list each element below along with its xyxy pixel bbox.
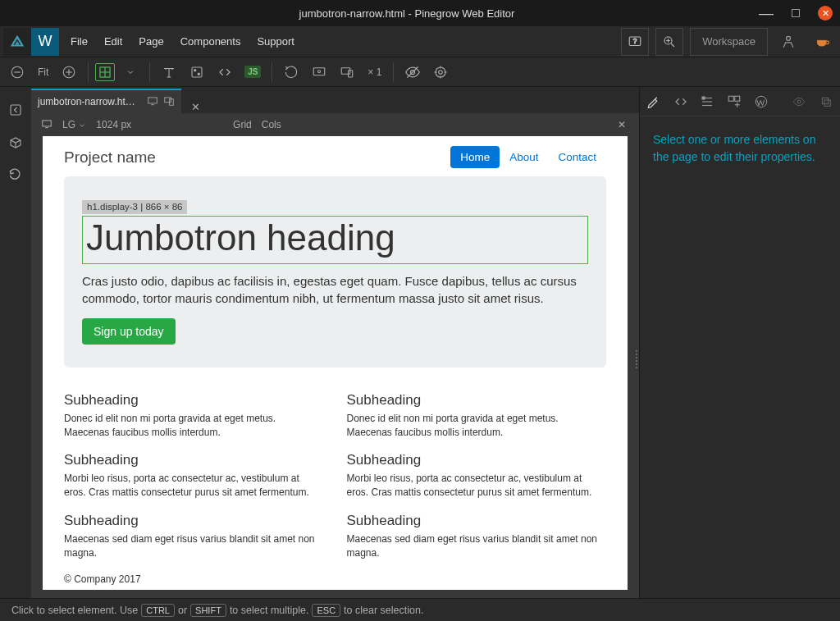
svg-point-29	[439, 70, 443, 74]
history-panel-icon[interactable]	[6, 166, 25, 185]
subheading[interactable]: Subheading	[347, 452, 607, 468]
toolbar: Fit JS × 1	[0, 57, 840, 87]
svg-rect-37	[164, 97, 171, 102]
brand-w-icon[interactable]: W	[31, 28, 59, 56]
paragraph[interactable]: Donec id elit non mi porta gravida at eg…	[347, 412, 607, 440]
nav-contact[interactable]: Contact	[548, 146, 606, 168]
toolbar-separator	[149, 62, 150, 82]
coffee-icon[interactable]	[809, 28, 837, 56]
js-badge[interactable]: JS	[240, 61, 265, 84]
document-tab[interactable]: jumbotron-narrow.ht…	[31, 89, 181, 113]
device-icon[interactable]	[307, 61, 331, 84]
mobile-view-icon[interactable]	[163, 95, 175, 109]
help-icon[interactable]: ?	[621, 28, 649, 56]
library-panel-icon[interactable]	[6, 133, 25, 153]
chevron-down-icon[interactable]	[118, 61, 143, 84]
viewport-close-icon[interactable]: ✕	[618, 119, 629, 130]
menu-file[interactable]: File	[71, 35, 88, 48]
preview-jumbotron[interactable]: h1.display-3 | 866 × 86 Jumbotron headin…	[64, 176, 606, 368]
zoom-level-label[interactable]: × 1	[363, 66, 386, 78]
jumbotron-lead[interactable]: Cras justo odio, dapibus ac facilisis in…	[82, 272, 588, 307]
insert-panel-icon[interactable]	[6, 100, 25, 120]
menu-components[interactable]: Components	[180, 35, 241, 48]
text-tool-icon[interactable]	[157, 61, 181, 84]
zoom-in-icon[interactable]	[655, 28, 683, 56]
style-tab-icon[interactable]	[646, 93, 662, 111]
kbd-esc: ESC	[312, 604, 340, 617]
breakpoint-label[interactable]: LG	[62, 119, 86, 130]
preview-brand[interactable]: Project name	[64, 148, 156, 167]
selected-element-outline[interactable]: Jumbotron heading	[82, 216, 588, 264]
status-text: or	[178, 605, 187, 616]
properties-empty-message: Select one or more elements on the page …	[640, 116, 840, 180]
subheading[interactable]: Subheading	[64, 452, 324, 468]
visibility-icon[interactable]	[400, 61, 425, 84]
desktop-view-icon[interactable]	[147, 95, 158, 109]
copy-icon[interactable]	[818, 93, 833, 111]
app-logo-icon[interactable]	[3, 28, 31, 56]
workspace-button[interactable]: Workspace	[690, 28, 768, 56]
css-tool-icon[interactable]	[185, 61, 209, 84]
zoom-out-icon[interactable]	[5, 61, 30, 84]
kbd-shift: SHIFT	[190, 604, 226, 617]
page-canvas[interactable]: Project name Home About Contact h1.displ…	[43, 136, 628, 590]
preview-footer[interactable]: © Company 2017	[64, 573, 324, 585]
svg-text:?: ?	[633, 38, 637, 45]
svg-point-23	[318, 70, 321, 72]
wordpress-tab-icon[interactable]	[753, 93, 769, 111]
menu-edit[interactable]: Edit	[104, 35, 122, 48]
window-minimize-button[interactable]: —	[758, 5, 774, 21]
svg-point-50	[797, 100, 801, 103]
status-text: to clear selection.	[344, 605, 423, 616]
toolbar-separator	[393, 62, 394, 82]
zoom-in-toolbar-icon[interactable]	[57, 61, 81, 84]
nav-home[interactable]: Home	[450, 146, 500, 168]
svg-rect-51	[822, 98, 828, 103]
splitter-handle[interactable]	[636, 343, 639, 376]
window-title: jumbotron-narrow.html - Pinegrow Web Edi…	[56, 7, 758, 20]
subheading[interactable]: Subheading	[64, 513, 324, 529]
subheading[interactable]: Subheading	[347, 513, 607, 529]
grid-toggle-icon[interactable]	[95, 63, 115, 81]
paragraph[interactable]: Donec id elit non mi porta gravida at eg…	[64, 412, 324, 440]
menu-support[interactable]: Support	[257, 35, 294, 48]
paragraph[interactable]: Maecenas sed diam eget risus varius blan…	[347, 532, 607, 560]
code-tool-icon[interactable]	[212, 61, 237, 84]
paragraph[interactable]: Morbi leo risus, porta ac consectetur ac…	[347, 472, 607, 500]
subheading[interactable]: Subheading	[347, 392, 607, 409]
right-column[interactable]: Subheading Donec id elit non mi porta gr…	[347, 392, 607, 585]
settings-gear-icon[interactable]	[428, 61, 453, 84]
svg-rect-35	[148, 97, 157, 103]
jumbotron-heading[interactable]: Jumbotron heading	[86, 217, 584, 260]
signup-button[interactable]: Sign up today	[82, 318, 176, 345]
window-close-button[interactable]: ✕	[817, 5, 833, 21]
attributes-tab-icon[interactable]	[700, 93, 715, 111]
menubar: W File Edit Page Components Support ? Wo…	[0, 26, 840, 57]
viewport-controls: LG 1024 px Grid Cols ✕	[31, 113, 639, 136]
grid-toggle-label[interactable]: Grid	[233, 119, 252, 130]
paragraph[interactable]: Morbi leo risus, porta ac consectetur ac…	[64, 472, 324, 500]
left-column[interactable]: Subheading Donec id elit non mi porta gr…	[64, 392, 324, 585]
preview-nav: Home About Contact	[450, 146, 606, 168]
nav-about[interactable]: About	[500, 146, 548, 168]
tab-close-icon[interactable]: ✕	[186, 101, 205, 113]
subheading[interactable]: Subheading	[64, 392, 324, 409]
statusbar: Click to select element. Use CTRL or SHI…	[0, 598, 840, 621]
zoom-fit-label[interactable]: Fit	[33, 66, 53, 78]
svg-rect-24	[342, 67, 351, 74]
status-text: Click to select element. Use	[11, 605, 138, 616]
menu-page[interactable]: Page	[139, 35, 163, 48]
window-maximize-button[interactable]	[788, 5, 804, 21]
svg-rect-19	[192, 67, 202, 77]
code-tab-icon[interactable]	[673, 93, 689, 111]
paragraph[interactable]: Maecenas sed diam eget risus varius blan…	[64, 532, 324, 560]
toolbar-separator	[88, 62, 89, 82]
svg-line-6	[671, 43, 674, 47]
device-size-icon[interactable]	[41, 118, 52, 132]
person-icon[interactable]	[774, 28, 802, 56]
actions-tab-icon[interactable]	[727, 93, 742, 111]
cols-toggle-label[interactable]: Cols	[262, 119, 281, 130]
responsive-icon[interactable]	[335, 61, 359, 84]
eye-icon[interactable]	[792, 93, 807, 111]
refresh-icon[interactable]	[279, 61, 304, 84]
